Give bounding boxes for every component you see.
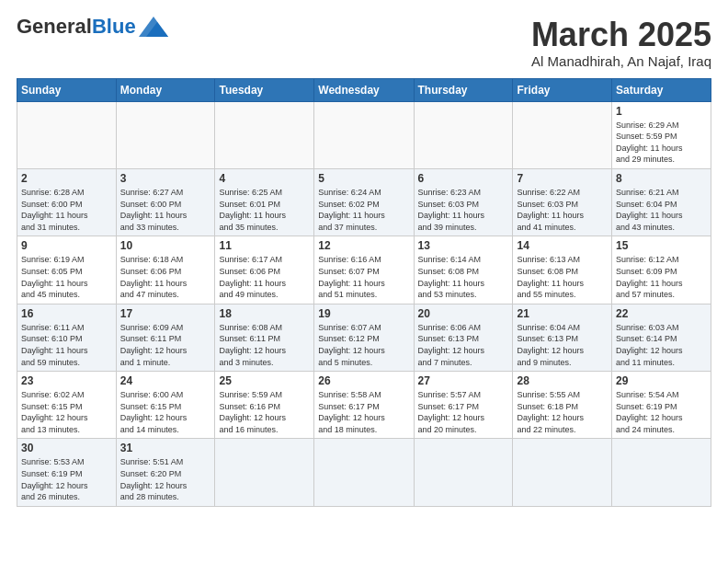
logo-general-text: General xyxy=(17,17,92,37)
calendar-week-row: 1Sunrise: 6:29 AM Sunset: 5:59 PM Daylig… xyxy=(17,101,711,168)
calendar-cell: 6Sunrise: 6:23 AM Sunset: 6:03 PM Daylig… xyxy=(414,168,513,236)
day-info: Sunrise: 5:54 AM Sunset: 6:19 PM Dayligh… xyxy=(616,389,707,435)
calendar-cell xyxy=(314,101,414,168)
day-number: 8 xyxy=(616,172,707,185)
day-number: 9 xyxy=(21,239,112,252)
calendar-cell: 5Sunrise: 6:24 AM Sunset: 6:02 PM Daylig… xyxy=(314,168,414,236)
day-info: Sunrise: 6:18 AM Sunset: 6:06 PM Dayligh… xyxy=(120,254,211,300)
calendar-cell: 23Sunrise: 6:02 AM Sunset: 6:15 PM Dayli… xyxy=(17,372,117,439)
calendar-cell xyxy=(414,439,513,506)
weekday-header-thursday: Thursday xyxy=(414,78,513,101)
day-number: 29 xyxy=(616,374,707,387)
calendar-week-row: 23Sunrise: 6:02 AM Sunset: 6:15 PM Dayli… xyxy=(17,372,711,439)
day-number: 20 xyxy=(418,307,509,320)
day-info: Sunrise: 6:22 AM Sunset: 6:03 PM Dayligh… xyxy=(517,187,608,233)
calendar-cell xyxy=(17,101,117,168)
weekday-header-saturday: Saturday xyxy=(612,78,711,101)
day-info: Sunrise: 6:13 AM Sunset: 6:08 PM Dayligh… xyxy=(517,254,608,300)
day-info: Sunrise: 6:04 AM Sunset: 6:13 PM Dayligh… xyxy=(517,322,608,368)
calendar-cell xyxy=(314,439,414,506)
logo: General Blue xyxy=(17,17,168,37)
calendar-cell xyxy=(612,439,711,506)
calendar-week-row: 9Sunrise: 6:19 AM Sunset: 6:05 PM Daylig… xyxy=(17,236,711,304)
day-number: 21 xyxy=(517,307,608,320)
day-number: 5 xyxy=(318,172,409,185)
calendar-cell: 27Sunrise: 5:57 AM Sunset: 6:17 PM Dayli… xyxy=(414,372,513,439)
calendar-cell: 4Sunrise: 6:25 AM Sunset: 6:01 PM Daylig… xyxy=(215,168,314,236)
day-number: 16 xyxy=(21,307,112,320)
day-number: 30 xyxy=(21,442,112,454)
day-info: Sunrise: 6:12 AM Sunset: 6:09 PM Dayligh… xyxy=(616,254,707,300)
day-info: Sunrise: 6:11 AM Sunset: 6:10 PM Dayligh… xyxy=(21,322,112,368)
weekday-header-wednesday: Wednesday xyxy=(314,78,414,101)
calendar-cell: 17Sunrise: 6:09 AM Sunset: 6:11 PM Dayli… xyxy=(116,304,215,371)
calendar-cell xyxy=(513,439,612,506)
day-info: Sunrise: 5:51 AM Sunset: 6:20 PM Dayligh… xyxy=(120,456,211,502)
calendar-cell: 15Sunrise: 6:12 AM Sunset: 6:09 PM Dayli… xyxy=(612,236,711,304)
weekday-header-monday: Monday xyxy=(116,78,215,101)
header: General Blue March 2025 Al Manadhirah, A… xyxy=(17,17,711,69)
calendar-cell: 28Sunrise: 5:55 AM Sunset: 6:18 PM Dayli… xyxy=(513,372,612,439)
calendar-cell: 2Sunrise: 6:28 AM Sunset: 6:00 PM Daylig… xyxy=(17,168,117,236)
calendar-cell: 21Sunrise: 6:04 AM Sunset: 6:13 PM Dayli… xyxy=(513,304,612,371)
calendar-cell xyxy=(116,101,215,168)
day-info: Sunrise: 6:17 AM Sunset: 6:06 PM Dayligh… xyxy=(219,254,310,300)
day-number: 4 xyxy=(219,172,310,185)
calendar-cell: 8Sunrise: 6:21 AM Sunset: 6:04 PM Daylig… xyxy=(612,168,711,236)
day-number: 13 xyxy=(418,239,509,252)
calendar: SundayMondayTuesdayWednesdayThursdayFrid… xyxy=(17,78,711,507)
calendar-week-row: 30Sunrise: 5:53 AM Sunset: 6:19 PM Dayli… xyxy=(17,439,711,506)
day-number: 28 xyxy=(517,374,608,387)
calendar-cell: 12Sunrise: 6:16 AM Sunset: 6:07 PM Dayli… xyxy=(314,236,414,304)
calendar-cell: 18Sunrise: 6:08 AM Sunset: 6:11 PM Dayli… xyxy=(215,304,314,371)
day-number: 14 xyxy=(517,239,608,252)
day-info: Sunrise: 5:57 AM Sunset: 6:17 PM Dayligh… xyxy=(418,389,509,435)
day-info: Sunrise: 5:53 AM Sunset: 6:19 PM Dayligh… xyxy=(21,456,112,502)
day-info: Sunrise: 6:02 AM Sunset: 6:15 PM Dayligh… xyxy=(21,389,112,435)
day-number: 10 xyxy=(120,239,211,252)
calendar-week-row: 16Sunrise: 6:11 AM Sunset: 6:10 PM Dayli… xyxy=(17,304,711,371)
day-number: 17 xyxy=(120,307,211,320)
calendar-cell: 30Sunrise: 5:53 AM Sunset: 6:19 PM Dayli… xyxy=(17,439,117,506)
day-info: Sunrise: 6:14 AM Sunset: 6:08 PM Dayligh… xyxy=(418,254,509,300)
day-number: 6 xyxy=(418,172,509,185)
day-info: Sunrise: 6:23 AM Sunset: 6:03 PM Dayligh… xyxy=(418,187,509,233)
weekday-header-sunday: Sunday xyxy=(17,78,117,101)
day-info: Sunrise: 6:29 AM Sunset: 5:59 PM Dayligh… xyxy=(616,120,707,166)
calendar-cell: 3Sunrise: 6:27 AM Sunset: 6:00 PM Daylig… xyxy=(116,168,215,236)
day-number: 31 xyxy=(120,442,211,454)
day-info: Sunrise: 6:19 AM Sunset: 6:05 PM Dayligh… xyxy=(21,254,112,300)
title-area: March 2025 Al Manadhirah, An Najaf, Iraq xyxy=(531,17,711,69)
day-info: Sunrise: 6:08 AM Sunset: 6:11 PM Dayligh… xyxy=(219,322,310,368)
day-info: Sunrise: 6:09 AM Sunset: 6:11 PM Dayligh… xyxy=(120,322,211,368)
logo-blue-text: Blue xyxy=(92,17,136,37)
day-info: Sunrise: 6:28 AM Sunset: 6:00 PM Dayligh… xyxy=(21,187,112,233)
day-number: 19 xyxy=(318,307,409,320)
calendar-cell: 16Sunrise: 6:11 AM Sunset: 6:10 PM Dayli… xyxy=(17,304,117,371)
calendar-cell: 14Sunrise: 6:13 AM Sunset: 6:08 PM Dayli… xyxy=(513,236,612,304)
calendar-cell xyxy=(414,101,513,168)
day-number: 25 xyxy=(219,374,310,387)
day-number: 7 xyxy=(517,172,608,185)
day-info: Sunrise: 6:00 AM Sunset: 6:15 PM Dayligh… xyxy=(120,389,211,435)
calendar-cell: 22Sunrise: 6:03 AM Sunset: 6:14 PM Dayli… xyxy=(612,304,711,371)
day-info: Sunrise: 6:16 AM Sunset: 6:07 PM Dayligh… xyxy=(318,254,409,300)
day-info: Sunrise: 5:58 AM Sunset: 6:17 PM Dayligh… xyxy=(318,389,409,435)
calendar-cell xyxy=(215,101,314,168)
day-info: Sunrise: 6:24 AM Sunset: 6:02 PM Dayligh… xyxy=(318,187,409,233)
day-number: 3 xyxy=(120,172,211,185)
location-title: Al Manadhirah, An Najaf, Iraq xyxy=(531,53,711,69)
calendar-cell: 9Sunrise: 6:19 AM Sunset: 6:05 PM Daylig… xyxy=(17,236,117,304)
day-info: Sunrise: 6:27 AM Sunset: 6:00 PM Dayligh… xyxy=(120,187,211,233)
day-number: 22 xyxy=(616,307,707,320)
calendar-cell: 13Sunrise: 6:14 AM Sunset: 6:08 PM Dayli… xyxy=(414,236,513,304)
day-info: Sunrise: 6:06 AM Sunset: 6:13 PM Dayligh… xyxy=(418,322,509,368)
weekday-header-row: SundayMondayTuesdayWednesdayThursdayFrid… xyxy=(17,78,711,101)
calendar-cell xyxy=(513,101,612,168)
day-number: 23 xyxy=(21,374,112,387)
calendar-cell: 10Sunrise: 6:18 AM Sunset: 6:06 PM Dayli… xyxy=(116,236,215,304)
calendar-cell: 11Sunrise: 6:17 AM Sunset: 6:06 PM Dayli… xyxy=(215,236,314,304)
day-info: Sunrise: 5:59 AM Sunset: 6:16 PM Dayligh… xyxy=(219,389,310,435)
calendar-cell: 7Sunrise: 6:22 AM Sunset: 6:03 PM Daylig… xyxy=(513,168,612,236)
weekday-header-friday: Friday xyxy=(513,78,612,101)
